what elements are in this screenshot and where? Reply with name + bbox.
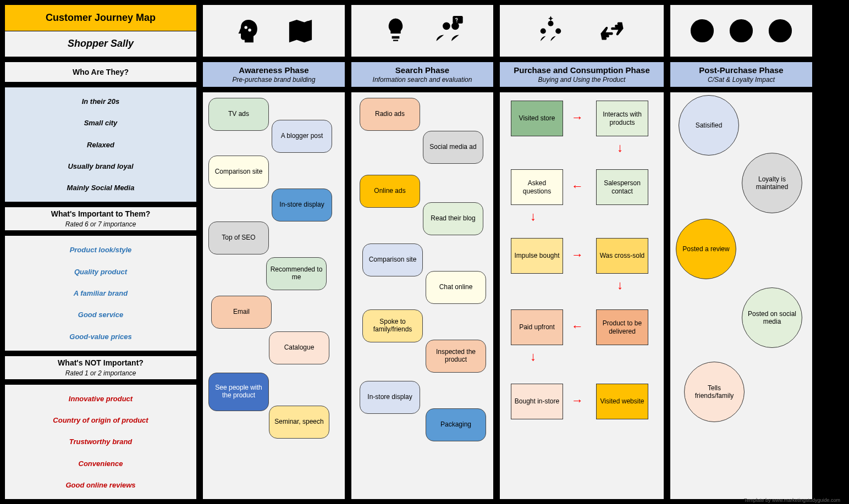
svg-point-1 <box>548 20 553 26</box>
touchpoint: Packaging <box>426 408 486 441</box>
search-column: Search Phase Information search and eval… <box>351 4 494 500</box>
not-q-text: What's NOT Important? <box>7 358 194 367</box>
important-q-text: What's Important to Them? <box>7 209 194 218</box>
svg-point-5 <box>697 27 699 30</box>
outcome: Posted on social media <box>742 287 802 348</box>
phase-title: Post-Purchase Phase <box>672 65 810 75</box>
awareness-column: Awareness Phase Pre-purchase brand build… <box>202 4 345 500</box>
touchpoint: In-store display <box>360 381 420 414</box>
not-item: Trustworthy brand <box>7 437 194 446</box>
sad-face-icon <box>768 18 793 43</box>
purchase-stage: Visited store Interacts with products As… <box>499 92 664 500</box>
important-item: Quality product <box>7 268 194 276</box>
outcome: Posted a review <box>676 219 736 279</box>
persona-name: Shopper Sally <box>5 31 196 57</box>
svg-point-4 <box>692 20 713 41</box>
purchase-column: Purchase and Consumption Phase Buying an… <box>499 4 664 500</box>
touchpoint: Comparison site <box>208 156 269 189</box>
title-block: Customer Journey Map Shopper Sally <box>4 4 197 57</box>
flow-step: Was cross-sold <box>596 238 648 274</box>
search-header: Search Phase Information search and eval… <box>351 62 494 87</box>
important-item: Product look/style <box>7 246 194 254</box>
flow-step: Salesperson contact <box>596 169 648 205</box>
outcome: Satisified <box>679 95 739 156</box>
purchase-header: Purchase and Consumption Phase Buying an… <box>499 62 664 87</box>
svg-point-11 <box>775 27 778 30</box>
svg-point-10 <box>770 20 791 41</box>
svg-point-6 <box>705 27 707 30</box>
flow-step: Visited store <box>511 101 563 136</box>
post-icons <box>670 4 813 57</box>
awareness-header: Awareness Phase Pre-purchase brand build… <box>202 62 345 87</box>
not-important-list: Innovative product Country of origin of … <box>4 384 197 500</box>
phase-subtitle: C/Sat & Loyalty Impact <box>672 76 810 84</box>
arrow-icon <box>571 180 583 192</box>
important-item: Good service <box>7 311 194 319</box>
not-important-question: What's NOT Important? Rated 1 or 2 impor… <box>4 356 197 380</box>
flow-step: Bought in-store <box>511 384 563 419</box>
who-item: Relaxed <box>7 141 194 149</box>
phase-subtitle: Buying and Using the Product <box>502 76 661 84</box>
awareness-icons <box>202 4 345 57</box>
important-list: Product look/style Quality product A fam… <box>4 235 197 351</box>
phase-title: Search Phase <box>354 65 491 75</box>
not-rating: Rated 1 or 2 importance <box>7 369 194 377</box>
svg-point-7 <box>731 20 752 41</box>
arrow-icon <box>571 320 583 333</box>
svg-point-2 <box>541 28 546 34</box>
arrow-icon <box>617 279 623 291</box>
group-idea-icon <box>536 16 566 46</box>
post-column: Post-Purchase Phase C/Sat & Loyalty Impa… <box>670 4 813 500</box>
important-question: What's Important to Them? Rated 6 or 7 i… <box>4 207 197 231</box>
map-title: Customer Journey Map <box>5 5 196 31</box>
touchpoint: Radio ads <box>360 98 420 131</box>
touchpoint: Spoke to family/friends <box>362 309 423 342</box>
important-item: A familiar brand <box>7 289 194 297</box>
svg-point-9 <box>744 27 746 30</box>
touchpoint: Social media ad <box>423 131 483 164</box>
flow-step: Product to be delivered <box>596 309 648 345</box>
head-gears-icon <box>232 16 262 46</box>
who-item: Mainly Social Media <box>7 184 194 192</box>
touchpoint: TV ads <box>208 98 269 131</box>
sidebar-column: Customer Journey Map Shopper Sally Who A… <box>4 4 197 500</box>
touchpoint: Top of SEO <box>208 221 269 254</box>
phase-title: Awareness Phase <box>205 65 343 75</box>
arrow-icon <box>530 211 536 223</box>
flow-step: Interacts with products <box>596 101 648 136</box>
awareness-stage: TV ads A blogger post Comparison site In… <box>202 92 345 500</box>
arrow-icon <box>617 142 623 154</box>
svg-point-12 <box>783 27 785 30</box>
who-item: Small city <box>7 119 194 127</box>
touchpoint: Catalogue <box>269 331 329 364</box>
touchpoint: Seminar, speech <box>269 406 329 439</box>
purchase-icons <box>499 4 664 57</box>
flow-step: Asked questions <box>511 169 563 205</box>
touchpoint: Email <box>211 296 272 329</box>
touchpoint: Inspected the product <box>426 340 486 373</box>
post-header: Post-Purchase Phase C/Sat & Loyalty Impa… <box>670 62 813 87</box>
arrow-icon <box>571 249 583 261</box>
not-item: Convenience <box>7 459 194 468</box>
touchpoint: In-store display <box>272 189 332 221</box>
arrow-icon <box>571 395 583 407</box>
outcome: Loyalty is maintained <box>742 153 802 213</box>
svg-point-3 <box>555 28 561 34</box>
phase-subtitle: Pre-purchase brand building <box>205 76 343 84</box>
touchpoint: Online ads <box>360 175 420 208</box>
flow-step: Paid upfront <box>511 309 563 345</box>
flow-step: Impulse bought <box>511 238 563 274</box>
lightbulb-icon <box>381 16 411 46</box>
important-rating: Rated 6 or 7 importance <box>7 220 194 228</box>
not-item: Innovative product <box>7 395 194 403</box>
touchpoint: A blogger post <box>272 120 332 153</box>
search-stage: Radio ads Social media ad Online ads Rea… <box>351 92 494 500</box>
important-item: Good-value prices <box>7 333 194 341</box>
flow-step: Visited website <box>596 384 648 419</box>
arrow-icon <box>530 351 536 363</box>
post-stage: Satisified Loyalty is maintained Posted … <box>670 92 813 500</box>
outcome: Tells friends/family <box>684 362 745 422</box>
neutral-face-icon <box>729 18 754 43</box>
not-item: Good online reviews <box>7 481 194 489</box>
who-question: Who Are They? <box>4 62 197 82</box>
